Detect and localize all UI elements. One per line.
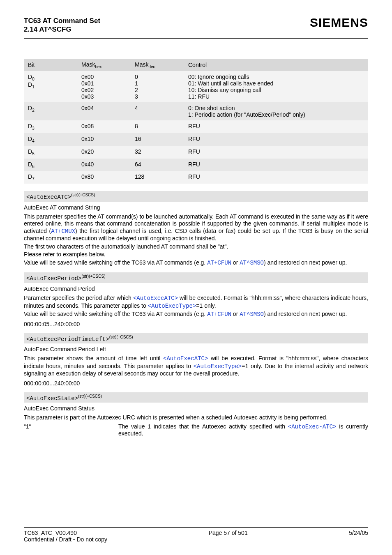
link-autoexecatc[interactable]: <AutoExec-ATC> xyxy=(288,424,337,430)
table-row: D40x1016RFU xyxy=(24,133,368,146)
link-at-smso[interactable]: AT^SMSO xyxy=(240,311,264,318)
param-sup: (str)(+CSCS) xyxy=(81,274,105,279)
param-subtitle: AutoExec Command Period Left xyxy=(24,346,368,352)
param-state-body: This parameter is part of the Autoexec U… xyxy=(24,414,368,421)
cell-control: RFU xyxy=(184,171,368,184)
table-row: D50x2032RFU xyxy=(24,146,368,159)
param-subtitle: AutoExec AT command String xyxy=(24,204,368,211)
cell-bit: D7 xyxy=(24,171,77,184)
link-at-smso[interactable]: AT^SMSO xyxy=(240,260,264,266)
cell-dec: 16 xyxy=(131,133,184,146)
cell-dec: 64 xyxy=(131,159,184,171)
cell-bit: D4 xyxy=(24,133,77,146)
param-sup: (str)(+CSCS) xyxy=(71,193,95,197)
brand-logo: SIEMENS xyxy=(310,16,368,30)
cell-hex: 0x80 xyxy=(77,171,131,184)
cell-bit: D6 xyxy=(24,159,77,171)
table-row: D60x4064RFU xyxy=(24,159,368,171)
doc-section: 2.14 AT^SCFG xyxy=(24,25,100,34)
cell-dec: 32 xyxy=(131,146,184,159)
th-control: Control xyxy=(184,59,368,71)
param-autoexecstate-header: <AutoExecState>(str)(+CSCS) xyxy=(24,392,368,403)
link-autoexectype[interactable]: <AutoExecType> xyxy=(148,303,196,309)
period-range: 000:00:05...240:00:00 xyxy=(24,321,368,327)
th-hex: Maskhex xyxy=(77,59,131,71)
header-divider xyxy=(24,38,368,39)
link-autoexecatc[interactable]: <AutoExecATC> xyxy=(163,355,208,362)
table-row: D30x088RFU xyxy=(24,120,368,133)
cell-control: RFU xyxy=(184,133,368,146)
cell-hex: 0x40 xyxy=(77,159,131,171)
state-value-key: “1“ xyxy=(24,423,118,437)
header-left: TC63 AT Command Set 2.14 AT^SCFG xyxy=(24,16,100,34)
cell-control: RFU xyxy=(184,146,368,159)
param-tag: <AutoExecATC> xyxy=(26,194,71,200)
link-at-cmux[interactable]: AT+CMUX xyxy=(51,228,75,235)
footer-divider xyxy=(24,527,368,528)
cell-control: 0: One shot action 1: Periodic action (f… xyxy=(184,102,368,120)
cell-bit: D5 xyxy=(24,146,77,159)
table-row: D0D10x00 0x01 0x02 0x030 1 2 300: Ignore… xyxy=(24,71,368,102)
param-autoexecperiodtimeleft-header: <AutoExecPeriodTimeLeft>(str)(+CSCS) xyxy=(24,333,368,344)
param-sup: (str)(+CSCS) xyxy=(109,335,133,339)
cell-control: RFU xyxy=(184,159,368,171)
cell-control: RFU xyxy=(184,120,368,133)
state-value-row: “1“ The value 1 indicates that the Autoe… xyxy=(24,423,368,437)
cell-dec: 8 xyxy=(131,120,184,133)
link-autoexecatc[interactable]: <AutoExecATC> xyxy=(133,295,178,302)
footer-date: 5/24/05 xyxy=(349,530,368,543)
state-value-desc: The value 1 indicates that the Autoexec … xyxy=(118,423,368,437)
cell-hex: 0x10 xyxy=(77,133,131,146)
doc-title: TC63 AT Command Set xyxy=(24,16,100,25)
param-sup: (str)(+CSCS) xyxy=(78,394,102,398)
bitmask-table: Bit Maskhex Maskdec Control D0D10x00 0x0… xyxy=(24,59,368,184)
cell-hex: 0x00 0x01 0x02 0x03 xyxy=(77,71,131,102)
cell-hex: 0x08 xyxy=(77,120,131,133)
footer-confidential: Confidential / Draft - Do not copy xyxy=(24,536,107,543)
cell-bit: D2 xyxy=(24,102,77,120)
table-row: D70x80128RFU xyxy=(24,171,368,184)
th-dec: Maskdec xyxy=(131,59,184,71)
param-tag: <AutoExecPeriod> xyxy=(26,275,81,282)
footer-page: Page 57 of 501 xyxy=(107,530,349,543)
table-row: D20x0440: One shot action 1: Periodic ac… xyxy=(24,102,368,120)
cell-dec: 0 1 2 3 xyxy=(131,71,184,102)
th-bit: Bit xyxy=(24,59,77,71)
footer-left: TC63_ATC_V00.490 Confidential / Draft - … xyxy=(24,530,107,543)
footer-doc-id: TC63_ATC_V00.490 xyxy=(24,530,107,536)
cell-bit: D0D1 xyxy=(24,71,77,102)
cell-hex: 0x20 xyxy=(77,146,131,159)
param-subtitle: AutoExec Command Status xyxy=(24,405,368,412)
cell-hex: 0x04 xyxy=(77,102,131,120)
param-period-left-body: This parameter shows the amount of time … xyxy=(24,355,368,378)
cell-dec: 4 xyxy=(131,102,184,120)
param-subtitle: AutoExec Command Period xyxy=(24,286,368,292)
link-at-cfun[interactable]: AT+CFUN xyxy=(207,260,231,266)
param-period-body: Parameter specifies the period after whi… xyxy=(24,295,368,318)
param-autoexecatc-header: <AutoExecATC>(str)(+CSCS) xyxy=(24,191,368,202)
page-footer: TC63_ATC_V00.490 Confidential / Draft - … xyxy=(24,527,368,543)
param-autoexecperiod-header: <AutoExecPeriod>(str)(+CSCS) xyxy=(24,272,368,283)
page-header: TC63 AT Command Set 2.14 AT^SCFG SIEMENS xyxy=(24,16,368,34)
cell-dec: 128 xyxy=(131,171,184,184)
cell-control: 00: Ignore ongoing calls 01: Wait until … xyxy=(184,71,368,102)
cell-bit: D3 xyxy=(24,120,77,133)
link-autoexectype[interactable]: <AutoExecType> xyxy=(194,363,242,370)
param-atc-body: This parameter specifies the AT command(… xyxy=(24,213,368,267)
param-tag: <AutoExecPeriodTimeLeft> xyxy=(26,336,109,342)
period-left-range: 000:00:00...240:00:00 xyxy=(24,380,368,387)
param-tag: <AutoExecState> xyxy=(26,395,78,401)
link-at-cfun[interactable]: AT+CFUN xyxy=(207,311,231,318)
